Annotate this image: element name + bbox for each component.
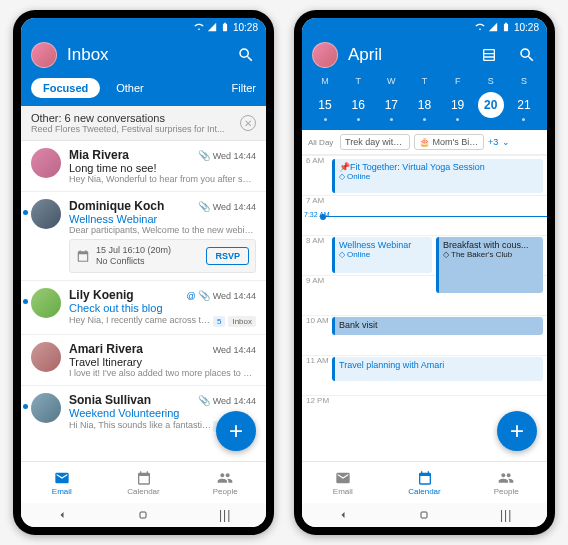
- date-row: 15 16 17 18 19 20 21: [312, 92, 537, 122]
- profile-avatar[interactable]: [31, 42, 57, 68]
- rsvp-card: 15 Jul 16:10 (20m)No Conflicts RSVP: [69, 239, 256, 273]
- nav-calendar[interactable]: Calendar: [103, 462, 185, 503]
- calendar-event[interactable]: Travel planning with Amari: [332, 357, 543, 381]
- email-icon: [335, 470, 351, 486]
- email-preview: I love it! I've also added two more plac…: [69, 368, 256, 378]
- back-button[interactable]: [336, 508, 350, 522]
- calendar-event[interactable]: Bank visit: [332, 317, 543, 335]
- chevron-down-icon[interactable]: ⌄: [502, 137, 510, 147]
- nav-email[interactable]: Email: [21, 462, 103, 503]
- battery-icon: [501, 22, 511, 32]
- attachment-icon: 📎: [198, 150, 210, 161]
- people-icon: [217, 470, 233, 486]
- svg-rect-4: [421, 512, 427, 518]
- wifi-icon: [194, 22, 204, 32]
- sender-name: Amari Rivera: [69, 342, 143, 356]
- attachment-icon: 📎: [198, 201, 210, 212]
- svg-rect-0: [140, 512, 146, 518]
- banner-title: Other: 6 new conversations: [31, 112, 240, 124]
- tab-other[interactable]: Other: [104, 78, 156, 98]
- wifi-icon: [475, 22, 485, 32]
- date-cell[interactable]: 17: [378, 92, 404, 118]
- profile-avatar[interactable]: [312, 42, 338, 68]
- mention-icon: @: [186, 291, 195, 301]
- nav-people[interactable]: People: [184, 462, 266, 503]
- nav-calendar[interactable]: Calendar: [384, 462, 466, 503]
- tab-focused[interactable]: Focused: [31, 78, 100, 98]
- inbox-title: Inbox: [67, 45, 226, 65]
- email-preview: Dear participants, Welcome to the new we…: [69, 225, 256, 235]
- email-preview: Hi Nia, This sounds like a fantastic...: [69, 420, 213, 430]
- agenda-icon[interactable]: [479, 45, 499, 65]
- android-navbar: |||: [302, 503, 547, 527]
- date-cell[interactable]: 21: [511, 92, 537, 118]
- compose-fab[interactable]: +: [216, 411, 256, 451]
- bottom-nav: Email Calendar People: [302, 461, 547, 503]
- unread-indicator: [23, 299, 28, 304]
- unread-indicator: [23, 404, 28, 409]
- sender-name: Dominique Koch: [69, 199, 164, 213]
- month-title[interactable]: April: [348, 45, 469, 65]
- now-indicator: [324, 216, 547, 217]
- sender-avatar: [31, 393, 61, 423]
- date-cell[interactable]: 18: [411, 92, 437, 118]
- back-button[interactable]: [55, 508, 69, 522]
- calendar-icon: [136, 470, 152, 486]
- allday-label: All Day: [308, 138, 336, 147]
- sender-avatar: [31, 148, 61, 178]
- people-icon: [498, 470, 514, 486]
- calendar-event[interactable]: 📌Fit Together: Virtual Yoga Session ◇ On…: [332, 159, 543, 193]
- time-grid[interactable]: 6 AM 7 AM 8 AM 9 AM 10 AM 11 AM 12 PM 📌F…: [302, 155, 547, 435]
- allday-event[interactable]: Trek day with fa...: [340, 134, 410, 150]
- new-event-fab[interactable]: +: [497, 411, 537, 451]
- email-subject: Check out this blog: [69, 302, 256, 314]
- date-cell[interactable]: 19: [445, 92, 471, 118]
- phone-calendar: 10:28 April MTWTFSS 15 16 17 18 19 20 21…: [294, 10, 555, 535]
- nav-email[interactable]: Email: [302, 462, 384, 503]
- search-icon[interactable]: [236, 45, 256, 65]
- email-row[interactable]: Mia Rivera 📎 Wed 14:44 Long time no see!…: [21, 141, 266, 192]
- bottom-nav: Email Calendar People: [21, 461, 266, 503]
- unread-indicator: [23, 210, 28, 215]
- sender-name: Mia Rivera: [69, 148, 129, 162]
- svg-rect-1: [484, 50, 495, 61]
- sender-avatar: [31, 199, 61, 229]
- search-icon[interactable]: [517, 45, 537, 65]
- recents-button[interactable]: |||: [218, 508, 232, 522]
- rsvp-button[interactable]: RSVP: [206, 247, 249, 265]
- date-cell[interactable]: 16: [345, 92, 371, 118]
- folder-badge: Inbox: [228, 316, 256, 327]
- email-subject: Wellness Webinar: [69, 213, 256, 225]
- weekday-row: MTWTFSS: [312, 76, 537, 86]
- allday-more[interactable]: +3: [488, 137, 498, 147]
- date-cell-today[interactable]: 20: [478, 92, 504, 118]
- email-subject: Travel Itinerary: [69, 356, 256, 368]
- email-icon: [54, 470, 70, 486]
- email-row[interactable]: Dominique Koch 📎 Wed 14:44 Wellness Webi…: [21, 192, 266, 281]
- sender-name: Lily Koenig: [69, 288, 134, 302]
- allday-event[interactable]: 🎂 Mom's Birthd...: [414, 134, 484, 150]
- home-button[interactable]: [136, 508, 150, 522]
- attachment-icon: 📎: [198, 395, 210, 406]
- email-row[interactable]: Lily Koenig @ 📎 Wed 14:44 Check out this…: [21, 281, 266, 335]
- close-icon[interactable]: ✕: [240, 115, 256, 131]
- recents-button[interactable]: |||: [499, 508, 513, 522]
- email-row[interactable]: Amari Rivera Wed 14:44 Travel Itinerary …: [21, 335, 266, 386]
- sender-name: Sonia Sullivan: [69, 393, 151, 407]
- banner-preview: Reed Flores Tweeted, Festival surprises …: [31, 124, 240, 134]
- status-time: 10:28: [514, 22, 539, 33]
- email-header: Inbox Focused Other Filter: [21, 36, 266, 106]
- calendar-body: All Day Trek day with fa... 🎂 Mom's Birt…: [302, 130, 547, 461]
- sender-avatar: [31, 288, 61, 318]
- calendar-event[interactable]: Breakfast with cous... ◇ The Baker's Clu…: [436, 237, 543, 293]
- home-button[interactable]: [417, 508, 431, 522]
- battery-icon: [220, 22, 230, 32]
- nav-people[interactable]: People: [465, 462, 547, 503]
- email-list: Other: 6 new conversations Reed Flores T…: [21, 106, 266, 461]
- email-subject: Long time no see!: [69, 162, 256, 174]
- other-banner[interactable]: Other: 6 new conversations Reed Flores T…: [21, 106, 266, 141]
- date-cell[interactable]: 15: [312, 92, 338, 118]
- calendar-event[interactable]: Wellness Webinar ◇ Online: [332, 237, 432, 273]
- sender-avatar: [31, 342, 61, 372]
- filter-button[interactable]: Filter: [232, 82, 256, 94]
